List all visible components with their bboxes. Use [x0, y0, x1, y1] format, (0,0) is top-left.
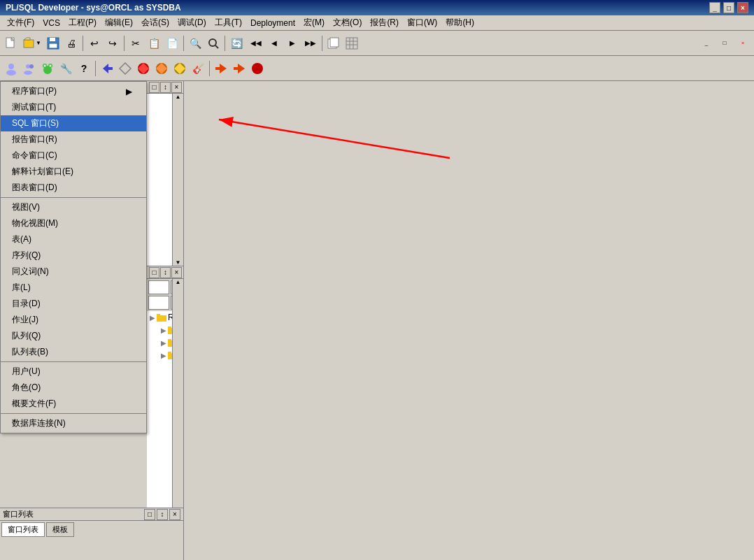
panel-bottom-float[interactable]: ↕ [160, 267, 171, 278]
tb2-yellow[interactable] [171, 60, 188, 77]
menu-table[interactable]: 表(A) [1, 231, 146, 247]
menu-profile[interactable]: 概要文件(F) [1, 396, 146, 412]
tb-extra4[interactable]: ▶▶ [302, 35, 319, 52]
menu-queue[interactable]: 队列(Q) [1, 328, 146, 344]
menu-item-edit[interactable]: 编辑(E) [101, 15, 137, 30]
tb2-arrow2[interactable] [231, 60, 248, 77]
tb2-red2[interactable] [249, 60, 266, 77]
menu-db-conn[interactable]: 数据库连接(N) [1, 415, 146, 431]
menu-job[interactable]: 作业(J) [1, 312, 146, 328]
menu-report-window[interactable]: 报告窗口(R) [1, 131, 146, 148]
tb2-arrow1[interactable] [213, 60, 229, 77]
tb-grid[interactable] [343, 35, 360, 52]
menu-sql-window[interactable]: SQL 窗口(S) [1, 115, 146, 131]
new-btn[interactable] [3, 35, 20, 52]
cut-btn[interactable]: ✂ [127, 35, 144, 52]
tb2-diamond[interactable] [117, 60, 134, 77]
tree-expand-icon3: ▶ [161, 337, 166, 348]
vscroll-up[interactable]: ▲ [176, 94, 181, 100]
win-min[interactable]: _ [698, 35, 715, 52]
menu-item-docs[interactable]: 文档(O) [329, 15, 366, 30]
menu-directory[interactable]: 目录(D) [1, 296, 146, 312]
panel-top-pin[interactable]: □ [149, 82, 159, 93]
panel-bottom-close[interactable]: × [171, 267, 182, 278]
panel-top-float[interactable]: ↕ [160, 82, 171, 93]
tb-extra1[interactable]: ◀◀ [248, 35, 264, 52]
paste-btn[interactable]: 📄 [164, 35, 180, 52]
menu-item-deployment[interactable]: Deployment [246, 17, 299, 29]
folder-icon [157, 312, 166, 323]
menu-test-window[interactable]: 测试窗口(T) [1, 99, 146, 115]
menu-explain-window[interactable]: 解释计划窗口(E) [1, 164, 146, 180]
menu-role[interactable]: 角色(O) [1, 380, 146, 396]
window-list-tabs: 窗口列表 模板 [0, 521, 183, 538]
menu-library[interactable]: 库(L) [1, 280, 146, 296]
wl-pin[interactable]: □ [144, 509, 155, 520]
wl-close[interactable]: × [169, 509, 180, 520]
menu-mview[interactable]: 物化视图(M) [1, 215, 146, 231]
menu-view[interactable]: 视图(V) [1, 199, 146, 215]
menu-item-file[interactable]: 文件(F) [3, 15, 38, 30]
tab-window-list[interactable]: 窗口列表 [1, 522, 45, 537]
tb-extra2[interactable]: ◀ [266, 35, 283, 52]
menu-synonym[interactable]: 同义词(N) [1, 264, 146, 280]
menu-item-help[interactable]: 帮助(H) [441, 15, 478, 30]
tb2-orange[interactable] [153, 60, 170, 77]
menu-item-tools[interactable]: 工具(T) [211, 15, 246, 30]
tb2-frog[interactable] [39, 60, 56, 77]
copy-btn[interactable]: 📋 [145, 35, 162, 52]
tb2-users[interactable] [21, 60, 38, 77]
tab-template[interactable]: 模板 [46, 522, 74, 537]
menu-item-project[interactable]: 工程(P) [64, 15, 101, 30]
menu-sequence[interactable]: 序列(Q) [1, 247, 146, 264]
close-btn[interactable]: × [737, 2, 748, 13]
panel-bottom-pin[interactable]: □ [149, 267, 159, 278]
search-btn[interactable]: 🔍 [187, 35, 204, 52]
tb-extra3[interactable]: ▶ [284, 35, 301, 52]
arrow-annotation [184, 81, 754, 560]
maximize-btn[interactable]: □ [723, 2, 734, 13]
sep3 [183, 36, 184, 51]
open-btn[interactable]: ▼ [21, 35, 43, 52]
menu-item-reports[interactable]: 报告(R) [366, 15, 403, 30]
redo-btn[interactable]: ↪ [104, 35, 121, 52]
refresh-btn[interactable]: 🔄 [228, 35, 245, 52]
find-btn[interactable] [205, 35, 222, 52]
wl-float[interactable]: ↕ [157, 509, 168, 520]
panel-top-close[interactable]: × [171, 82, 182, 93]
svg-marker-26 [103, 64, 113, 73]
dropdown2[interactable] [148, 296, 169, 310]
tb2-user[interactable] [3, 60, 20, 77]
menu-item-vcs[interactable]: VCS [38, 17, 64, 29]
vscroll-down[interactable]: ▼ [176, 259, 181, 266]
tb2-help[interactable]: ? [76, 60, 92, 77]
dropdown-menu: 程序窗口(P) ▶ 测试窗口(T) SQL 窗口(S) 报告窗口(R) 命令窗口… [0, 81, 147, 433]
menu-item-window[interactable]: 窗口(W) [403, 15, 441, 30]
print-btn[interactable]: 🖨 [63, 35, 80, 52]
win-close[interactable]: × [734, 35, 751, 52]
svg-line-8 [215, 45, 218, 48]
tb-copy2[interactable] [325, 35, 342, 52]
menu-item-debug[interactable]: 调试(D) [173, 15, 211, 30]
menu-item-macro[interactable]: 宏(M) [299, 15, 329, 30]
tb2-back[interactable] [99, 60, 115, 77]
vscroll2-up[interactable]: ▲ [176, 279, 181, 285]
menu-chart-window[interactable]: 图表窗口(D) [1, 180, 146, 196]
menu-prog-window[interactable]: 程序窗口(P) ▶ [1, 83, 146, 99]
minimize-btn[interactable]: _ [709, 2, 720, 13]
win-max[interactable]: □ [716, 35, 733, 52]
main-layout: 程序窗口(P) ▶ 测试窗口(T) SQL 窗口(S) 报告窗口(R) 命令窗口… [0, 81, 754, 560]
menu-queue-table[interactable]: 队列表(B) [1, 344, 146, 360]
menu-item-session[interactable]: 会话(S) [137, 15, 173, 30]
svg-rect-11 [346, 38, 357, 49]
dropdown1[interactable] [148, 280, 169, 294]
save-btn[interactable] [45, 35, 62, 52]
svg-point-17 [6, 70, 16, 76]
tb2-red1[interactable] [135, 60, 152, 77]
undo-btn[interactable]: ↩ [86, 35, 103, 52]
menu-user[interactable]: 用户(U) [1, 364, 146, 380]
tb2-wrench[interactable]: 🔧 [57, 60, 74, 77]
menu-cmd-window[interactable]: 命令窗口(C) [1, 148, 146, 164]
toolbar-1: ▼ 🖨 ↩ ↪ ✂ 📋 📄 🔍 🔄 ◀◀ ◀ ▶ ▶▶ _ □ × [0, 31, 754, 56]
tb2-guitar[interactable]: 🎸 [190, 60, 206, 77]
